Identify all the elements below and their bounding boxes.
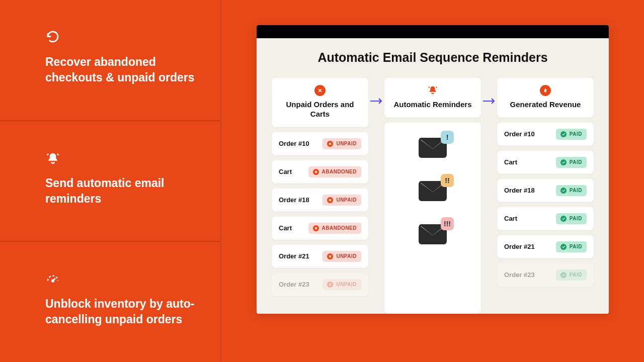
panel-title: Automatic Email Sequence Reminders	[272, 50, 594, 65]
row-name: Cart	[279, 224, 292, 232]
row-name: Order #10	[279, 140, 309, 147]
status-badge-paid: PAID	[556, 185, 587, 196]
order-row: Order #18 PAID	[497, 179, 594, 202]
status-badge-unpaid: UNPAID	[323, 195, 361, 206]
feature-reminders: Send automatic email reminders	[0, 121, 220, 242]
reminders-body: ! !! !!!	[384, 123, 481, 314]
app-panel: Automatic Email Sequence Reminders Unpai…	[257, 25, 609, 314]
arrow-right-icon	[369, 78, 384, 105]
check-icon	[560, 188, 567, 194]
order-row: Cart ABANDONED	[272, 160, 368, 184]
alert-bubble: !!!	[441, 217, 454, 230]
order-row: Order #23 PAID	[497, 263, 594, 287]
arrow-right-icon	[481, 78, 497, 105]
feature-sidebar: Recover abandoned checkouts & unpaid ord…	[0, 0, 220, 362]
column-header: Generated Revenue	[497, 78, 594, 118]
check-icon	[560, 159, 567, 165]
status-badge-abandoned: ABANDONED	[308, 223, 362, 234]
x-icon	[313, 225, 319, 231]
panel-body: Automatic Email Sequence Reminders Unpai…	[257, 38, 609, 314]
alert-bubble: !	[441, 131, 454, 144]
row-name: Order #10	[504, 130, 535, 138]
column-revenue: Generated Revenue Order #10 PAID Cart PA…	[497, 78, 594, 287]
status-badge-paid: PAID	[556, 129, 587, 140]
order-row: Order #10 UNPAID	[272, 132, 368, 155]
feature-label: Recover abandoned checkouts & unpaid ord…	[45, 54, 195, 85]
order-row: Order #23 UNPAID	[272, 273, 368, 296]
status-badge-paid: PAID	[556, 269, 587, 281]
column-unpaid: Unpaid Orders and Carts Order #10 UNPAID…	[272, 78, 368, 296]
feature-unblock: Unblock inventory by auto-cancelling unp…	[0, 242, 220, 362]
order-row: Order #21 PAID	[497, 235, 594, 258]
flow-row: Unpaid Orders and Carts Order #10 UNPAID…	[272, 78, 594, 314]
column-header: Unpaid Orders and Carts	[272, 78, 368, 127]
column-title: Automatic Reminders	[389, 100, 476, 110]
bell-alert-icon	[427, 85, 438, 96]
order-row: Order #10 PAID	[497, 123, 594, 146]
row-name: Order #21	[279, 252, 309, 260]
check-icon	[560, 272, 567, 278]
column-title: Generated Revenue	[502, 100, 589, 110]
alert-bubble: !!	[441, 174, 454, 187]
column-title: Unpaid Orders and Carts	[277, 100, 363, 119]
x-icon	[327, 253, 333, 259]
x-icon	[327, 197, 333, 203]
order-row: Cart PAID	[497, 151, 594, 174]
bell-icon	[45, 151, 60, 166]
status-badge-unpaid: UNPAID	[323, 279, 361, 290]
row-name: Cart	[279, 168, 292, 175]
row-name: Order #18	[279, 196, 309, 204]
status-badge-paid: PAID	[556, 157, 587, 168]
mail-reminder-1: !	[419, 138, 447, 158]
feature-label: Send automatic email reminders	[45, 175, 195, 207]
check-icon	[560, 131, 567, 137]
status-badge-unpaid: UNPAID	[323, 251, 361, 262]
undo-icon	[45, 30, 60, 45]
dollar-circle-icon	[540, 85, 551, 96]
row-name: Cart	[504, 215, 517, 222]
order-row: Order #21 UNPAID	[272, 245, 368, 268]
status-badge-unpaid: UNPAID	[323, 138, 361, 149]
svg-point-0	[52, 280, 54, 282]
check-icon	[560, 244, 567, 250]
mail-reminder-3: !!!	[419, 224, 447, 244]
feature-label: Unblock inventory by auto-cancelling unp…	[45, 296, 195, 327]
order-row: Cart ABANDONED	[272, 217, 368, 240]
column-header: Automatic Reminders	[384, 78, 481, 118]
check-icon	[560, 216, 567, 222]
status-badge-paid: PAID	[556, 241, 587, 252]
x-icon	[327, 141, 333, 147]
gauge-icon	[45, 272, 60, 287]
order-row: Cart PAID	[497, 207, 594, 230]
panel-titlebar	[257, 25, 609, 38]
mail-reminder-2: !!	[419, 181, 447, 201]
x-icon	[327, 282, 333, 288]
preview-area: Automatic Email Sequence Reminders Unpai…	[221, 0, 644, 362]
x-icon	[313, 169, 319, 175]
row-name: Order #23	[504, 271, 535, 279]
row-name: Order #18	[504, 187, 535, 194]
feature-recover: Recover abandoned checkouts & unpaid ord…	[0, 0, 220, 121]
row-name: Order #21	[504, 243, 535, 250]
row-name: Order #23	[279, 281, 309, 288]
status-badge-abandoned: ABANDONED	[308, 166, 362, 177]
status-badge-paid: PAID	[556, 213, 587, 224]
x-circle-icon	[314, 85, 326, 96]
order-row: Order #18 UNPAID	[272, 189, 368, 212]
row-name: Cart	[504, 158, 517, 166]
column-reminders: Automatic Reminders ! !! !	[384, 78, 481, 314]
